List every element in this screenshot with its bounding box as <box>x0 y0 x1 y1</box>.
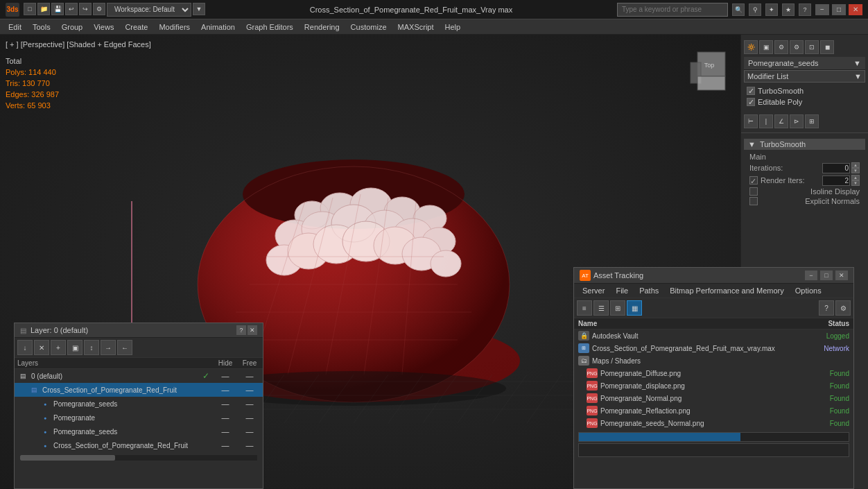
rp-icon-6[interactable]: ◼ <box>820 40 834 54</box>
layer-row-pomegranate[interactable]: ● Pomegranate — — <box>15 411 263 424</box>
star-btn[interactable]: ★ <box>782 3 795 16</box>
new-btn[interactable]: □ <box>24 3 36 15</box>
ap-row-maxfile[interactable]: ⊞ Cross_Section_of_Pomegranate_Red_Fruit… <box>574 342 853 354</box>
app-logo: 3ds <box>6 3 19 17</box>
menu-modifiers[interactable]: Modifiers <box>153 22 196 33</box>
ap-row-diffuse[interactable]: PNG Pomegranate_Diffuse.png Found <box>574 367 853 379</box>
rp-tool-2[interactable]: | <box>759 114 773 128</box>
modifier-turbosmooth[interactable]: ✓ TurboSmooth <box>744 85 865 96</box>
menu-tools[interactable]: Tools <box>27 22 56 33</box>
asset-min-btn[interactable]: − <box>805 271 817 280</box>
open-btn[interactable]: 📁 <box>37 3 50 15</box>
menu-views[interactable]: Views <box>88 22 119 33</box>
layer-row-cross-section[interactable]: ▤ Cross_Section_of_Pomegranate_Red_Fruit… <box>15 383 263 397</box>
ap-row-vault[interactable]: 🔒 Autodesk Vault Logged <box>574 329 853 342</box>
maximize-btn[interactable]: □ <box>832 4 846 15</box>
ts-render-down[interactable]: ▼ <box>851 180 860 186</box>
menu-graph-editors[interactable]: Graph Editors <box>241 22 299 33</box>
lp-tool-box[interactable]: ▣ <box>67 340 83 355</box>
ap-row-reflection[interactable]: PNG Pomegranate_Reflaction.png Found <box>574 404 853 417</box>
help-btn[interactable]: ? <box>799 3 811 16</box>
turbosmooth-checkbox[interactable]: ✓ <box>747 87 755 95</box>
menu-help[interactable]: Help <box>440 22 467 33</box>
asset-max-btn[interactable]: □ <box>820 271 833 280</box>
ap-row-maps[interactable]: 🗂 Maps / Shaders <box>574 354 853 367</box>
ts-iter-up[interactable]: ▲ <box>851 162 860 168</box>
ts-collapse-icon[interactable]: ▼ <box>748 140 756 148</box>
layer-row-seeds1[interactable]: ● Pomegranate_seeds — — <box>15 397 263 411</box>
ts-explicit-checkbox[interactable] <box>749 197 758 205</box>
modifier-editable-poly[interactable]: ✓ Editable Poly <box>744 96 865 108</box>
ts-iter-down[interactable]: ▼ <box>851 168 860 173</box>
rp-icon-1[interactable]: 🔆 <box>744 40 758 54</box>
ap-tool-3[interactable]: ⊞ <box>610 300 625 316</box>
close-btn[interactable]: ✕ <box>849 4 862 15</box>
search2-btn[interactable]: ⚲ <box>749 3 761 16</box>
layer-row-cross-section2[interactable]: ● Cross_Section_of_Pomegranate_Red_Fruit… <box>15 438 263 452</box>
lp-tool-right[interactable]: → <box>101 340 116 355</box>
layer-row-seeds2[interactable]: ● Pomegranate_seeds — — <box>15 424 263 438</box>
rp-tool-5[interactable]: ⊞ <box>805 114 819 128</box>
ts-iterations-spinner[interactable]: ▲ ▼ <box>851 162 860 173</box>
ap-menu-bitmap[interactable]: Bitmap Performance and Memory <box>664 285 789 296</box>
menu-maxscript[interactable]: MAXScript <box>392 22 440 33</box>
ap-tool-help[interactable]: ? <box>819 300 834 316</box>
ts-render-iters-spinner[interactable]: ▲ ▼ <box>851 175 860 186</box>
ws-dropdown-btn[interactable]: ▼ <box>193 3 205 15</box>
ap-menu-options[interactable]: Options <box>790 285 827 296</box>
ts-render-checkbox[interactable]: ✓ <box>749 176 758 185</box>
nav-cube[interactable]: Top <box>687 49 732 94</box>
minimize-btn[interactable]: − <box>815 4 829 15</box>
menu-create[interactable]: Create <box>119 22 153 33</box>
rp-icon-4[interactable]: ⚙ <box>790 40 804 54</box>
rp-icon-3[interactable]: ⚙ <box>774 40 788 54</box>
modifier-list-selector[interactable]: Modifier List ▼ <box>744 70 865 83</box>
layers-help-btn[interactable]: ? <box>236 325 246 335</box>
lp-tool-move-up[interactable]: ↕ <box>84 340 99 355</box>
lp-tool-left[interactable]: ← <box>117 340 132 355</box>
workspace-selector[interactable]: Workspace: Default <box>107 3 191 17</box>
search-btn[interactable]: 🔍 <box>732 3 745 16</box>
rp-icon-5[interactable]: ⊡ <box>805 40 819 54</box>
lp-tool-delete[interactable]: ✕ <box>34 340 49 355</box>
layers-scrollbar[interactable] <box>20 455 257 461</box>
ts-render-up[interactable]: ▲ <box>851 175 860 180</box>
menu-group[interactable]: Group <box>56 22 89 33</box>
ap-tool-1[interactable]: ≡ <box>577 300 592 316</box>
search-input[interactable] <box>617 3 728 17</box>
rp-tool-3[interactable]: ∠ <box>774 114 788 128</box>
ts-isoline-checkbox[interactable] <box>749 187 758 196</box>
search3-btn[interactable]: ✦ <box>765 3 778 16</box>
expand-icon[interactable]: ▼ <box>853 59 861 67</box>
ap-menu-server[interactable]: Server <box>577 285 610 296</box>
ap-tool-4[interactable]: ▦ <box>627 300 642 316</box>
redo-btn[interactable]: ↪ <box>79 3 92 15</box>
ap-menu-paths[interactable]: Paths <box>634 285 664 296</box>
lp-tool-select[interactable]: ↓ <box>17 340 33 355</box>
lp-tool-add[interactable]: + <box>51 340 66 355</box>
ts-render-iters-input[interactable] <box>822 175 850 186</box>
rp-tool-1[interactable]: ⊢ <box>744 114 758 128</box>
ap-menu-file[interactable]: File <box>610 285 634 296</box>
menu-animation[interactable]: Animation <box>196 22 241 33</box>
ap-tool-settings[interactable]: ⚙ <box>835 300 851 316</box>
menu-edit[interactable]: Edit <box>3 22 27 33</box>
save-btn[interactable]: 💾 <box>51 3 64 15</box>
rp-icon-2[interactable]: ▣ <box>759 40 773 54</box>
edpoly-checkbox[interactable]: ✓ <box>747 98 755 106</box>
rp-tool-4[interactable]: ⊳ <box>790 114 804 128</box>
ts-iterations-input[interactable] <box>822 163 850 173</box>
layers-close-btn[interactable]: ✕ <box>248 325 257 335</box>
ap-tool-2[interactable]: ☰ <box>593 300 609 316</box>
ap-row-displace[interactable]: PNG Pomegranate_displace.png Found <box>574 379 853 392</box>
menu-customize[interactable]: Customize <box>345 22 392 33</box>
menu-rendering[interactable]: Rendering <box>299 22 345 33</box>
misc-btn[interactable]: ⚙ <box>93 3 105 15</box>
ap-row-normal[interactable]: PNG Pomegranate_Normal.png Found <box>574 392 853 404</box>
layer-row-default[interactable]: ▤ 0 (default) ✓ — — <box>15 369 263 383</box>
undo-btn[interactable]: ↩ <box>65 3 78 15</box>
layer-row-label-seeds1: Pomegranate_seeds <box>53 400 211 408</box>
layers-scrollbar-thumb[interactable] <box>20 455 115 461</box>
asset-close-btn[interactable]: ✕ <box>835 271 848 280</box>
ap-row-seeds-normal[interactable]: PNG Pomegranate_seeds_Normal.png Found <box>574 417 853 429</box>
